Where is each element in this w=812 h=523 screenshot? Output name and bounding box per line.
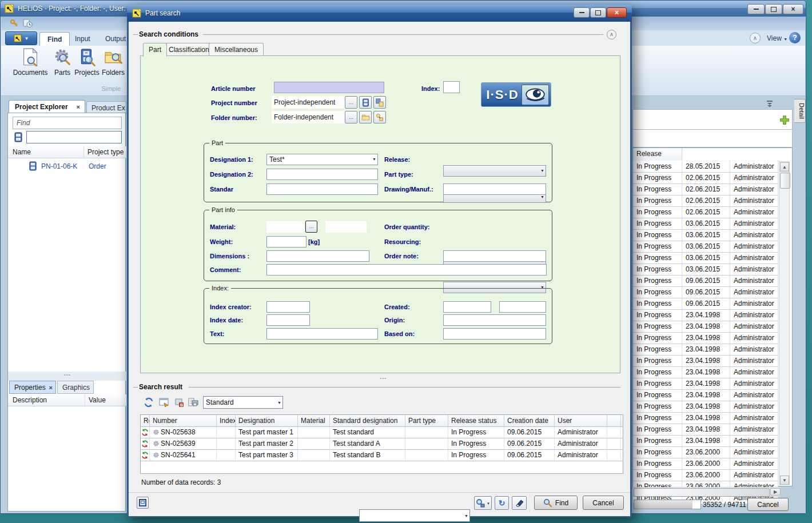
tab-graphics[interactable]: Graphics × bbox=[57, 381, 94, 394]
created-input-2[interactable] bbox=[499, 301, 546, 313]
comment-input[interactable] bbox=[266, 264, 547, 276]
help-button[interactable]: ? bbox=[789, 32, 801, 43]
scroll-right-button[interactable]: ▶ bbox=[770, 488, 781, 496]
detail-row[interactable]: In Progress09.06.2015Administrator bbox=[633, 287, 778, 298]
detail-horizontal-scrollbar[interactable]: ▶ bbox=[632, 487, 781, 497]
dialog-minimize-button[interactable] bbox=[574, 7, 590, 18]
maximize-button[interactable] bbox=[765, 4, 782, 14]
project-copy-button[interactable] bbox=[373, 96, 386, 109]
close-tab-icon[interactable]: × bbox=[77, 101, 80, 114]
clear-search-button[interactable] bbox=[512, 496, 527, 510]
weight-input[interactable] bbox=[266, 236, 307, 247]
detail-row[interactable]: In Progress23.04.1998Administrator bbox=[633, 356, 778, 367]
detail-row[interactable]: In Progress28.05.2015Administrator bbox=[633, 161, 778, 173]
detail-row[interactable]: In Progress23.04.1998Administrator bbox=[633, 436, 778, 447]
detail-row[interactable]: In Progress23.04.1998Administrator bbox=[633, 413, 778, 424]
tab-project-explorer[interactable]: Project Explorer × bbox=[9, 100, 85, 113]
save-search-button[interactable]: ▼ bbox=[474, 496, 492, 510]
project-browse-button[interactable]: ... bbox=[345, 96, 357, 109]
scroll-up-button[interactable]: ▲ bbox=[780, 162, 789, 171]
key-icon[interactable] bbox=[10, 19, 19, 28]
ribbon-button-parts[interactable]: Parts bbox=[51, 48, 74, 86]
release-combo[interactable]: ▼ bbox=[443, 165, 546, 177]
index-input[interactable] bbox=[443, 81, 460, 93]
print-pdf-icon[interactable]: B bbox=[174, 398, 184, 408]
detail-row[interactable]: In Progress02.06.2015Administrator bbox=[633, 184, 778, 195]
result-column-header[interactable]: Re bbox=[141, 415, 150, 426]
refresh-search-button[interactable]: ↻ bbox=[495, 496, 509, 510]
detail-row[interactable]: In Progress03.06.2015Administrator bbox=[633, 218, 778, 230]
history-clock-icon[interactable] bbox=[23, 18, 33, 28]
detail-row[interactable]: In Progress23.04.1998Administrator bbox=[633, 401, 778, 413]
detail-row[interactable]: In Progress23.06.2000Administrator bbox=[633, 458, 778, 470]
view-menu-button[interactable]: View ▼ bbox=[767, 34, 787, 42]
toggle-preview-button[interactable] bbox=[137, 497, 149, 509]
project-cabinet-icon[interactable] bbox=[14, 132, 23, 142]
property-column-description[interactable]: Description bbox=[8, 394, 85, 406]
origin-input[interactable] bbox=[443, 314, 546, 326]
result-view-combo[interactable]: Standard ▼ bbox=[203, 396, 283, 409]
folder-number-value[interactable]: Folder-independent bbox=[272, 111, 346, 123]
detail-row[interactable]: In Progress23.06.2000Administrator bbox=[633, 470, 778, 481]
result-column-header[interactable]: User bbox=[555, 415, 607, 426]
tab-properties[interactable]: Properties × bbox=[9, 381, 56, 394]
collapse-search-conditions-button[interactable]: ∧ bbox=[607, 30, 616, 39]
detail-row[interactable]: In Progress03.06.2015Administrator bbox=[633, 241, 778, 253]
ribbon-button-documents[interactable]: Documents bbox=[13, 48, 47, 86]
detail-row[interactable]: In Progress23.04.1998Administrator bbox=[633, 424, 778, 436]
order-note-input[interactable] bbox=[443, 250, 546, 262]
tab-miscellaneous[interactable]: Miscellaneous bbox=[209, 43, 264, 56]
tab-classification[interactable]: Classification bbox=[163, 43, 215, 56]
close-button[interactable]: × bbox=[783, 4, 803, 14]
detail-row[interactable]: In Progress03.06.2015Administrator bbox=[633, 264, 778, 276]
dimensions-input[interactable] bbox=[266, 250, 369, 262]
tree-column-name[interactable]: Name bbox=[8, 146, 84, 158]
index-creator-input[interactable] bbox=[266, 301, 310, 313]
ribbon-button-folders[interactable]: Folders bbox=[100, 48, 126, 86]
project-select-button[interactable] bbox=[359, 96, 372, 109]
detail-column-release-status[interactable]: Release status bbox=[633, 148, 682, 161]
result-column-header[interactable]: Index bbox=[217, 415, 236, 426]
property-column-value[interactable]: Value bbox=[85, 394, 126, 406]
folder-browse-button[interactable]: ... bbox=[345, 111, 357, 123]
result-column-header[interactable]: Standard designation bbox=[330, 415, 405, 426]
detail-row[interactable]: In Progress23.04.1998Administrator bbox=[633, 367, 778, 378]
dialog-splitter[interactable]: ··· bbox=[372, 374, 395, 382]
result-row[interactable]: SN-025641Test part master 3Test standard… bbox=[141, 450, 623, 461]
dialog-titlebar[interactable]: Part search × bbox=[127, 5, 632, 22]
collapse-pane-icon[interactable] bbox=[766, 101, 774, 107]
detail-row[interactable]: In Progress02.06.2015Administrator bbox=[633, 195, 778, 207]
dialog-close-button[interactable]: × bbox=[607, 7, 627, 18]
export-table-icon[interactable] bbox=[159, 398, 170, 407]
detail-row[interactable]: In Progress09.06.2015Administrator bbox=[633, 276, 778, 287]
based-on-input[interactable] bbox=[443, 328, 546, 340]
material-input-2[interactable] bbox=[325, 221, 367, 233]
material-input-1[interactable] bbox=[266, 221, 304, 233]
tab-part[interactable]: Part bbox=[143, 43, 167, 57]
drawing-manuf-input[interactable] bbox=[443, 183, 546, 195]
ribbon-button-projects[interactable]: Projects bbox=[73, 48, 101, 86]
result-column-header[interactable]: Part type bbox=[405, 415, 448, 426]
close-tab-icon[interactable]: × bbox=[49, 381, 53, 394]
saved-search-combo[interactable]: ▼ bbox=[359, 509, 470, 522]
detail-row[interactable]: In Progress09.06.2015Administrator bbox=[633, 298, 778, 310]
report-print-icon[interactable] bbox=[188, 397, 198, 408]
tab-detail[interactable]: Detail bbox=[794, 99, 806, 123]
tab-input[interactable]: Input bbox=[67, 32, 98, 46]
detail-row[interactable]: In Progress02.06.2015Administrator bbox=[633, 173, 778, 184]
detail-row[interactable]: In Progress23.04.1998Administrator bbox=[633, 333, 778, 344]
result-column-header[interactable]: Release status bbox=[448, 415, 504, 426]
designation1-combo[interactable]: Test*▼ bbox=[266, 154, 378, 165]
detail-vertical-scrollbar[interactable]: ▲ ▼ bbox=[779, 161, 790, 485]
result-row[interactable]: SN-025638Test part master 1Test standard… bbox=[141, 427, 623, 438]
scrollbar-thumb[interactable] bbox=[780, 173, 790, 189]
standard-input[interactable] bbox=[266, 183, 378, 195]
panel-splitter[interactable]: ··· bbox=[8, 372, 126, 381]
detail-row[interactable]: In Progress23.04.1998Administrator bbox=[633, 310, 778, 321]
tree-row[interactable]: PN-01-06-K Order bbox=[8, 160, 126, 173]
tree-column-project-type[interactable]: Project type bbox=[84, 146, 126, 158]
explorer-filter-input[interactable] bbox=[26, 131, 122, 143]
result-column-header[interactable]: Creation date bbox=[504, 415, 555, 426]
dialog-maximize-button[interactable] bbox=[590, 7, 606, 18]
folder-link-button[interactable] bbox=[373, 111, 386, 123]
